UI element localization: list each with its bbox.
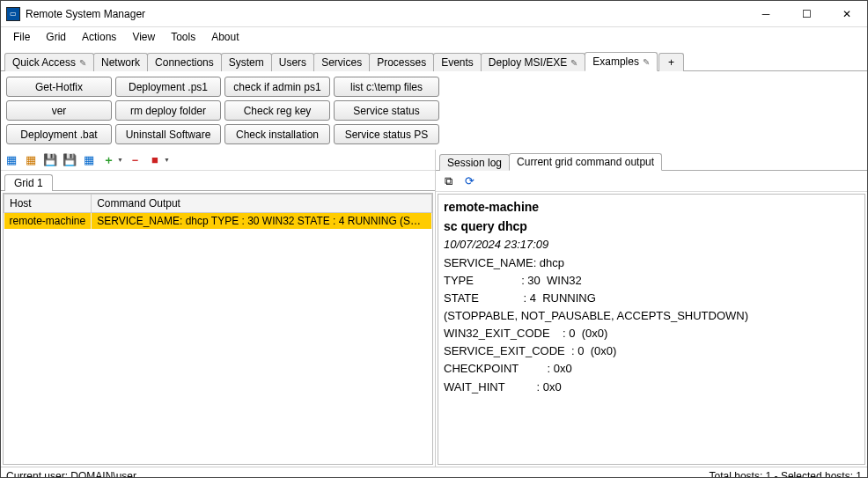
tab-label: Events xyxy=(441,56,474,69)
app-icon: ▭ xyxy=(6,7,20,21)
tab-examples[interactable]: Examples✎ xyxy=(585,52,658,71)
grid-tab[interactable]: Grid 1 xyxy=(4,174,53,191)
window-title: Remote System Manager xyxy=(26,8,145,20)
output-line-5: SERVICE_EXIT_CODE : 0 (0x0) xyxy=(444,342,859,360)
tab-processes[interactable]: Processes xyxy=(369,53,434,71)
tab-deploy-msi-exe[interactable]: Deploy MSI/EXE✎ xyxy=(481,53,585,71)
menu-file[interactable]: File xyxy=(6,29,37,45)
example-buttons-panel: Get-HotfixDeployment .ps1check if admin … xyxy=(1,71,867,150)
status-hosts: Total hosts: 1 - Selected hosts: 1 xyxy=(710,470,862,479)
stop-dropdown-icon[interactable]: ▼ xyxy=(164,157,170,163)
output-tab-current-grid-command-output[interactable]: Current grid command output xyxy=(509,153,662,171)
menu-actions[interactable]: Actions xyxy=(75,29,123,45)
example-list-c-temp-files[interactable]: list c:\temp files xyxy=(334,77,439,97)
columns-icon[interactable]: ▦ xyxy=(82,153,96,167)
output-line-4: WIN32_EXIT_CODE : 0 (0x0) xyxy=(444,325,859,342)
window-buttons: ─ ☐ ✕ xyxy=(746,1,867,27)
reload-icon[interactable]: ⟳ xyxy=(462,174,476,188)
copy-icon[interactable]: ⧉ xyxy=(441,174,455,188)
host-grid[interactable]: HostCommand Output remote-machineSERVICE… xyxy=(3,193,433,465)
tab-label: System xyxy=(229,56,264,69)
grid-props-icon[interactable]: ▦ xyxy=(24,153,38,167)
menubar: FileGridActionsViewToolsAbout xyxy=(1,27,867,47)
example-get-hotfix[interactable]: Get-Hotfix xyxy=(6,77,112,97)
cell-host: remote-machine xyxy=(4,213,92,230)
pencil-icon: ✎ xyxy=(79,58,86,68)
tab-events[interactable]: Events xyxy=(433,53,482,71)
menu-view[interactable]: View xyxy=(125,29,162,45)
pencil-icon: ✎ xyxy=(643,57,650,67)
menu-tools[interactable]: Tools xyxy=(164,29,202,45)
tab-label: Services xyxy=(321,56,362,69)
output-tabs: Session logCurrent grid command output xyxy=(436,150,867,171)
example-service-status[interactable]: Service status xyxy=(334,100,439,121)
tab-services[interactable]: Services xyxy=(313,53,370,71)
statusbar: Current user: DOMAIN\user Total hosts: 1… xyxy=(1,467,867,478)
main-tabstrip: Quick Access✎NetworkConnectionsSystemUse… xyxy=(1,47,867,71)
stop-icon[interactable]: ■ xyxy=(148,153,162,167)
example-service-status-ps[interactable]: Service status PS xyxy=(334,124,439,144)
col-command-output[interactable]: Command Output xyxy=(92,195,432,213)
tab-network[interactable]: Network xyxy=(93,53,148,71)
tab-label: Examples xyxy=(592,55,639,68)
cell-output: SERVICE_NAME: dhcp TYPE : 30 WIN32 STATE… xyxy=(92,213,432,230)
grid-toolbar: ▦ ▦ 💾 💾 ▦ ＋▼ － ■▼ xyxy=(1,150,435,171)
tab-label: Processes xyxy=(377,56,426,69)
output-line-3: (STOPPABLE, NOT_PAUSABLE, ACCEPTS_SHUTDO… xyxy=(444,307,859,325)
example-uninstall-software[interactable]: Uninstall Software xyxy=(115,124,221,144)
status-user: Current user: DOMAIN\user xyxy=(6,470,136,479)
output-line-7: WAIT_HINT : 0x0 xyxy=(444,379,859,396)
output-host: remote-machine xyxy=(444,198,859,217)
left-pane: ▦ ▦ 💾 💾 ▦ ＋▼ － ■▼ Grid 1 HostCommand Out… xyxy=(1,150,436,467)
add-tab-button[interactable]: + xyxy=(658,53,684,71)
grid-add-icon[interactable]: ▦ xyxy=(4,153,18,167)
tab-system[interactable]: System xyxy=(221,53,272,71)
menu-about[interactable]: About xyxy=(204,29,246,45)
save-icon[interactable]: 💾 xyxy=(43,153,57,167)
remove-host-icon[interactable]: － xyxy=(129,153,143,167)
example-deployment-ps1[interactable]: Deployment .ps1 xyxy=(115,77,221,97)
output-timestamp: 10/07/2024 23:17:09 xyxy=(444,236,859,254)
example-check-if-admin-ps1[interactable]: check if admin ps1 xyxy=(224,77,330,97)
right-pane: Session logCurrent grid command output ⧉… xyxy=(436,150,867,467)
tab-label: Deploy MSI/EXE xyxy=(489,56,567,69)
output-command: sc query dhcp xyxy=(444,217,859,237)
output-body[interactable]: remote-machinesc query dhcp10/07/2024 23… xyxy=(438,194,865,465)
minimize-button[interactable]: ─ xyxy=(746,1,786,27)
output-line-6: CHECKPOINT : 0x0 xyxy=(444,360,859,378)
add-dropdown-icon[interactable]: ▼ xyxy=(117,157,123,163)
tab-quick-access[interactable]: Quick Access✎ xyxy=(4,53,94,71)
tab-connections[interactable]: Connections xyxy=(147,53,222,71)
col-host[interactable]: Host xyxy=(4,195,92,213)
save-all-icon[interactable]: 💾 xyxy=(63,153,77,167)
tab-label: Users xyxy=(279,56,306,69)
titlebar: ▭ Remote System Manager ─ ☐ ✕ xyxy=(1,1,867,27)
maximize-button[interactable]: ☐ xyxy=(786,1,827,27)
output-tab-session-log[interactable]: Session log xyxy=(439,154,510,171)
example-check-installation[interactable]: Check installation xyxy=(224,124,330,144)
tab-label: Connections xyxy=(155,56,214,69)
pencil-icon: ✎ xyxy=(570,58,577,68)
tab-label: Network xyxy=(101,56,140,69)
example-ver[interactable]: ver xyxy=(6,100,112,121)
tab-label: Quick Access xyxy=(12,56,76,69)
example-rm-deploy-folder[interactable]: rm deploy folder xyxy=(115,100,221,121)
menu-grid[interactable]: Grid xyxy=(39,29,73,45)
output-line-1: TYPE : 30 WIN32 xyxy=(444,272,859,290)
output-line-0: SERVICE_NAME: dhcp xyxy=(444,254,859,272)
grid-tab-row: Grid 1 xyxy=(1,171,435,191)
output-line-2: STATE : 4 RUNNING xyxy=(444,290,859,307)
add-host-icon[interactable]: ＋ xyxy=(101,153,115,167)
output-toolbar: ⧉ ⟳ xyxy=(436,171,867,192)
example-deployment-bat[interactable]: Deployment .bat xyxy=(6,124,112,144)
close-button[interactable]: ✕ xyxy=(827,1,867,27)
example-check-reg-key[interactable]: Check reg key xyxy=(224,100,330,121)
table-row[interactable]: remote-machineSERVICE_NAME: dhcp TYPE : … xyxy=(4,213,432,230)
main-split: ▦ ▦ 💾 💾 ▦ ＋▼ － ■▼ Grid 1 HostCommand Out… xyxy=(1,150,867,467)
tab-users[interactable]: Users xyxy=(271,53,314,71)
